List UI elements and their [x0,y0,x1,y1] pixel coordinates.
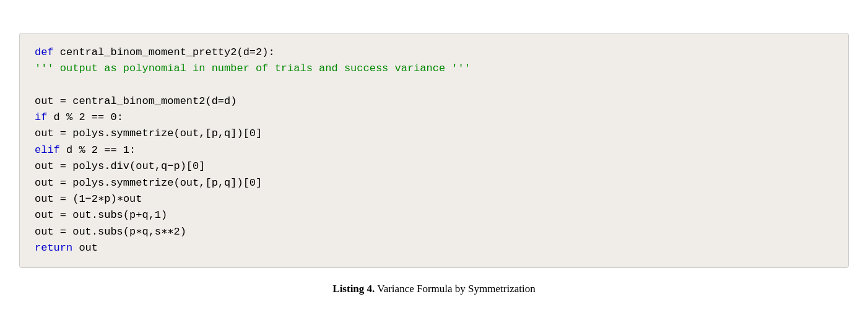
code-plain: central_binom_moment_pretty2(d=2): [60,46,275,58]
code-plain: out = out.subs(p+q,1) [35,209,167,221]
keyword-return: return [35,242,79,254]
code-listing: def central_binom_moment_pretty2(d=2): '… [19,33,849,268]
code-plain: out = polys.symmetrize(out,[p,q])[0] [35,177,262,189]
code-content: def central_binom_moment_pretty2(d=2): '… [35,45,833,256]
code-plain: out = out.subs(p∗q,s∗∗2) [35,226,186,238]
code-plain: out = polys.div(out,q−p)[0] [35,160,205,172]
keyword-def: def [35,46,60,58]
code-plain: out = (1−2∗p)∗out [35,193,142,205]
code-plain: out [79,242,98,254]
code-plain: d % 2 == 0: [54,111,123,123]
code-plain: d % 2 == 1: [66,144,136,156]
keyword-elif: elif [35,144,66,156]
caption-text: Variance Formula by Symmetrization [375,283,535,295]
figure-caption: Listing 4. Variance Formula by Symmetriz… [332,283,535,295]
keyword-if: if [35,111,54,123]
code-plain: out = polys.symmetrize(out,[p,q])[0] [35,127,262,139]
main-container: def central_binom_moment_pretty2(d=2): '… [19,33,849,295]
caption-bold: Listing 4. [332,283,375,295]
code-plain: out = central_binom_moment2(d=d) [35,95,237,107]
code-string: ''' output as polynomial in number of tr… [35,63,471,74]
